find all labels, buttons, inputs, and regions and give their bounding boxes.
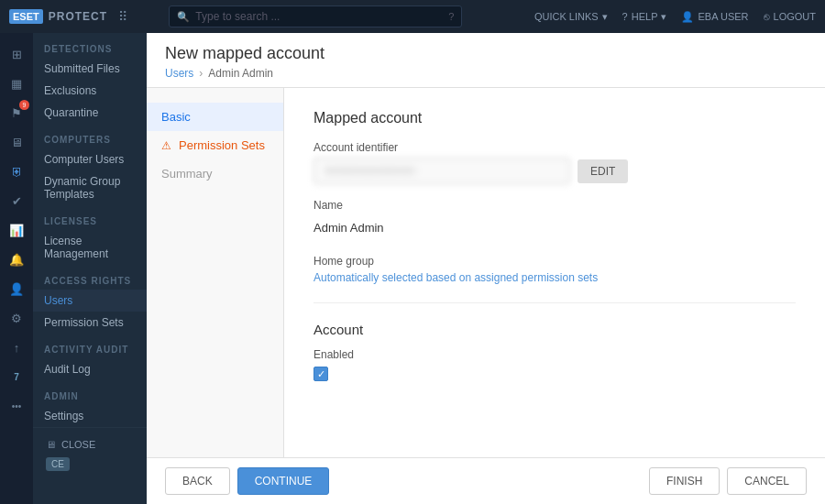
step-summary[interactable]: Summary (147, 159, 283, 188)
topbar: ESET PROTECT ⠿ 🔍 ? QUICK LINKS ▾ ? HELP … (0, 0, 825, 33)
sidebar-item-computer-users[interactable]: Computer Users (33, 148, 147, 170)
main-layout: ⊞ ▦ ⚑ 9 🖥 ⛨ ✔ 📊 🔔 👤 ⚙ ↑ 7 ••• DETECTIONS… (0, 33, 825, 504)
rail-tasks-icon[interactable]: ✔ (3, 187, 30, 214)
enabled-checkbox[interactable]: ✓ (314, 367, 328, 381)
mapped-account-title: Mapped account (314, 110, 796, 126)
ce-badge: CE (46, 457, 70, 471)
warning-icon: ⚠ (161, 139, 171, 152)
rail-shield-icon[interactable]: ⛨ (3, 158, 30, 185)
sidebar-footer: 🖥 CLOSE CE (33, 427, 147, 482)
account-identifier-input[interactable] (314, 158, 570, 184)
page-title: New mapped account (165, 44, 807, 63)
footer-bar: BACK CONTINUE FINISH CANCEL (147, 457, 825, 504)
check-icon: ✓ (317, 368, 325, 380)
rail-computers-icon[interactable]: 🖥 (3, 128, 30, 156)
close-label[interactable]: CLOSE (61, 439, 95, 450)
rail-grid-icon[interactable]: ⊞ (3, 40, 30, 68)
dual-sidebar: ⊞ ▦ ⚑ 9 🖥 ⛨ ✔ 📊 🔔 👤 ⚙ ↑ 7 ••• DETECTIONS… (0, 33, 147, 504)
content-body: Basic ⚠ Permission Sets Summary Mapped a… (147, 88, 825, 457)
chevron-down-icon: ▾ (602, 11, 608, 23)
section-label-licenses: LICENSES (33, 205, 147, 230)
rail-users-icon[interactable]: 👤 (3, 275, 30, 302)
step-basic[interactable]: Basic (147, 103, 283, 131)
sidebar-item-license-management[interactable]: License Management (33, 230, 147, 265)
search-bar[interactable]: 🔍 ? (169, 5, 462, 27)
steps-panel: Basic ⚠ Permission Sets Summary (147, 88, 284, 457)
breadcrumb-current: Admin Admin (208, 67, 273, 80)
enabled-group: Enabled ✓ (314, 348, 796, 381)
form-area: Mapped account Account identifier EDIT N… (284, 88, 825, 457)
logo-text: ESET (9, 9, 43, 24)
section-label-admin: ADMIN (33, 380, 147, 405)
home-group-group: Home group Automatically selected based … (314, 255, 796, 284)
back-button[interactable]: BACK (165, 467, 230, 495)
name-group: Name Admin Admin (314, 199, 796, 240)
rail-gear-icon[interactable]: ⚙ (3, 304, 30, 332)
name-value: Admin Admin (314, 215, 796, 240)
rail-notifications-icon[interactable]: 🔔 (3, 246, 30, 273)
search-icon: 🔍 (177, 11, 190, 23)
sidebar-text: DETECTIONS Submitted Files Exclusions Qu… (33, 33, 147, 504)
account-identifier-label: Account identifier (314, 141, 796, 154)
sidebar-item-settings[interactable]: Settings (33, 405, 147, 427)
help-button[interactable]: ? HELP ▾ (622, 11, 667, 23)
logout-button[interactable]: ⎋ LOGOUT (764, 11, 816, 22)
section-label-computers: COMPUTERS (33, 124, 147, 148)
search-input[interactable] (195, 10, 443, 23)
section-label-access-rights: ACCESS RIGHTS (33, 265, 147, 290)
grid-icon: ⠿ (118, 9, 127, 24)
finish-button[interactable]: FINISH (649, 467, 720, 495)
quick-links-button[interactable]: QUICK LINKS ▾ (534, 11, 608, 23)
rail-number-badge: 7 (3, 363, 30, 390)
step-basic-label: Basic (161, 110, 191, 124)
account-identifier-edit-button[interactable]: EDIT (578, 159, 628, 183)
help-circle-icon: ? (448, 11, 454, 22)
rail-up-icon[interactable]: ↑ (3, 334, 30, 361)
logo: ESET PROTECT (9, 9, 107, 24)
sidebar-item-submitted-files[interactable]: Submitted Files (33, 58, 147, 80)
user-button[interactable]: 👤 EBA USER (681, 11, 748, 23)
step-summary-label: Summary (161, 167, 213, 181)
rail-threats-icon[interactable]: ⚑ 9 (3, 99, 30, 126)
home-group-label: Home group (314, 255, 796, 268)
topbar-right: QUICK LINKS ▾ ? HELP ▾ 👤 EBA USER ⎋ LOGO… (534, 11, 816, 23)
sidebar-item-audit-log[interactable]: Audit Log (33, 358, 147, 380)
continue-button[interactable]: CONTINUE (237, 467, 330, 495)
chevron-down-icon: ▾ (661, 11, 666, 23)
account-title: Account (314, 322, 796, 337)
step-permission-sets[interactable]: ⚠ Permission Sets (147, 131, 283, 159)
sidebar-item-exclusions[interactable]: Exclusions (33, 80, 147, 102)
content-area: New mapped account Users › Admin Admin B… (147, 33, 825, 504)
account-identifier-input-wrapper: EDIT (314, 158, 796, 184)
threats-badge: 9 (19, 100, 29, 110)
icon-rail: ⊞ ▦ ⚑ 9 🖥 ⛨ ✔ 📊 🔔 👤 ⚙ ↑ 7 ••• (0, 33, 33, 504)
sidebar-item-dynamic-group[interactable]: Dynamic Group Templates (33, 170, 147, 205)
account-identifier-group: Account identifier EDIT (314, 141, 796, 184)
enabled-checkbox-row: ✓ (314, 367, 796, 381)
rail-dashboard-icon[interactable]: ▦ (3, 70, 30, 97)
breadcrumb: Users › Admin Admin (165, 67, 807, 80)
protect-label: PROTECT (49, 10, 107, 23)
ce-badge-row: CE (40, 454, 139, 475)
name-label: Name (314, 199, 796, 212)
sidebar-item-permission-sets[interactable]: Permission Sets (33, 312, 147, 334)
breadcrumb-root[interactable]: Users (165, 67, 193, 80)
section-divider (314, 302, 796, 303)
sidebar-nav: DETECTIONS Submitted Files Exclusions Qu… (33, 33, 147, 427)
breadcrumb-separator: › (199, 67, 203, 80)
home-group-hint: Automatically selected based on assigned… (314, 271, 796, 284)
section-label-detections: DETECTIONS (33, 33, 147, 58)
content-header: New mapped account Users › Admin Admin (147, 33, 825, 88)
enabled-label: Enabled (314, 348, 796, 361)
cancel-button[interactable]: CANCEL (727, 467, 807, 495)
monitor-icon: 🖥 (46, 439, 56, 450)
sidebar-item-quarantine[interactable]: Quarantine (33, 102, 147, 124)
sidebar-item-users[interactable]: Users (33, 290, 147, 312)
sidebar-close-row: 🖥 CLOSE (40, 435, 139, 454)
rail-reports-icon[interactable]: 📊 (3, 216, 30, 244)
section-label-activity-audit: ACTIVITY AUDIT (33, 334, 147, 358)
rail-more-icon[interactable]: ••• (3, 392, 30, 420)
step-permission-sets-label: Permission Sets (179, 138, 265, 152)
